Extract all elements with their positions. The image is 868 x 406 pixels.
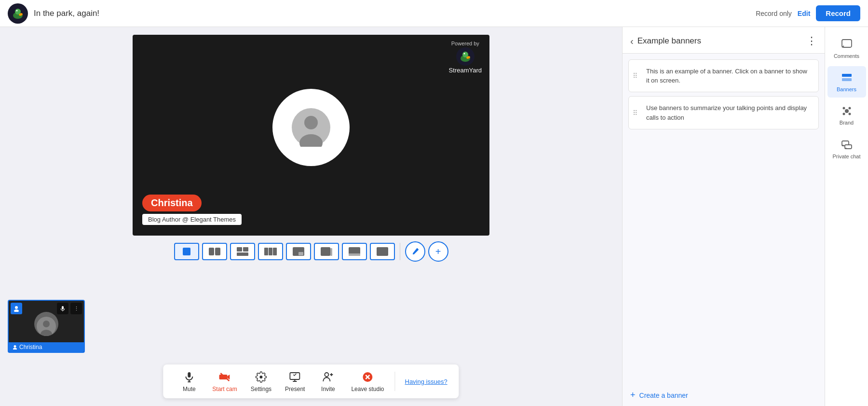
banners-icon [840,71,854,84]
thumbnail-card[interactable]: ⋮ Christina [8,300,85,353]
layout-pip[interactable] [286,243,311,260]
banners-list: ⠿ This is an example of a banner. Click … [623,54,825,384]
streamyard-logo: Powered by StreamYard [449,41,482,74]
svg-rect-21 [273,248,277,255]
create-banner-plus: + [630,390,636,400]
toolbar-invite-label: Invite [321,386,335,392]
toolbar-leave[interactable]: Leave studio [346,368,389,394]
svg-point-29 [15,306,18,309]
drag-handle-icon: ⠿ [633,72,637,80]
svg-point-9 [463,53,465,55]
svg-point-4 [16,10,18,11]
person-icon [292,108,330,147]
topbar: In the park, again! Record only Edit Rec… [0,0,868,27]
toolbar-present[interactable]: Present [280,368,310,394]
main-layout: Powered by StreamYard [0,27,868,406]
mic-icon [60,306,66,311]
invite-icon [321,370,335,384]
far-right-sidebar: Comments Banners [825,27,868,406]
having-issues-link[interactable]: Having issues? [405,378,447,385]
thumb-controls: ⋮ [57,303,82,314]
svg-rect-16 [237,247,242,252]
svg-rect-34 [62,306,64,309]
streamyard-text: StreamYard [449,67,482,74]
sidebar-private-chat-label: Private chat [832,154,860,160]
toolbar-invite[interactable]: Invite [313,368,342,394]
banner-item-1[interactable]: ⠿ This is an example of a banner. Click … [628,59,819,92]
settings-icon [254,370,268,384]
layout-separator [400,243,400,260]
layout-edit-button[interactable] [405,241,425,262]
edit-link[interactable]: Edit [798,10,810,17]
thumb-more-button[interactable]: ⋮ [70,303,82,314]
svg-rect-14 [209,248,214,255]
topbar-actions: Record only Edit Record [756,5,860,21]
toolbar-mute[interactable]: Mute [175,368,203,394]
thumb-avatar [34,312,58,336]
banner-item-2[interactable]: ⠿ Use banners to summarize your talking … [628,96,819,129]
svg-rect-18 [237,252,248,256]
right-panel-title: Example banners [637,36,802,46]
svg-point-32 [43,321,50,327]
svg-point-55 [845,109,849,113]
private-chat-icon [840,138,854,152]
sidebar-tab-brand[interactable]: Brand [827,99,866,131]
drag-handle-icon-2: ⠿ [633,109,637,117]
svg-rect-15 [215,248,220,255]
more-options-button[interactable]: ⋮ [806,35,817,47]
svg-rect-42 [290,373,300,379]
svg-point-36 [14,345,16,348]
stage-avatar [272,89,350,166]
create-banner-label: Create a banner [639,392,688,399]
thumb-mic-button[interactable] [57,303,68,314]
layout-selector: + [174,241,448,262]
toolbar-start-cam-label: Start cam [212,386,237,392]
toolbar-separator [394,372,395,391]
layout-add-button[interactable]: + [428,241,448,262]
banner-text-1: This is an example of a banner. Click on… [646,68,807,84]
person-small-icon [13,305,20,312]
person-icon-small [13,345,17,350]
sidebar-banners-label: Banners [837,86,856,93]
layout-pip-right[interactable] [314,243,339,260]
toolbar-settings[interactable]: Settings [246,368,276,394]
toolbar-leave-label: Leave studio [351,386,384,392]
svg-point-11 [304,116,318,129]
back-button[interactable]: ‹ [630,36,634,47]
present-icon [288,370,302,384]
powered-by: Powered by StreamYard [449,41,482,74]
toolbar-start-cam[interactable]: Start cam [207,368,242,394]
banner-text-2: Use banners to summarize your talking po… [646,104,807,121]
svg-rect-53 [842,74,852,77]
streamyard-duck-icon [456,47,475,66]
mic-icon [182,370,196,384]
thumb-in-stage-icon [11,303,22,314]
svg-rect-28 [377,247,388,256]
svg-point-58 [842,113,845,115]
svg-rect-25 [330,248,332,256]
svg-rect-20 [269,248,272,255]
svg-point-59 [848,113,851,115]
sidebar-comments-label: Comments [834,53,859,59]
record-only-label: Record only [756,10,792,17]
camera-icon [218,370,231,384]
layout-three[interactable] [258,243,283,260]
layout-two-top[interactable] [230,243,255,260]
thumbnail-strip: ⋮ Christina [0,300,85,353]
sidebar-tab-comments[interactable]: Comments [827,33,866,64]
svg-point-46 [325,373,328,377]
layout-two[interactable] [202,243,227,260]
create-banner-button[interactable]: + Create a banner [623,384,825,406]
svg-rect-54 [842,78,852,81]
layout-single[interactable] [174,243,199,260]
sidebar-tab-banners[interactable]: Banners [827,66,866,98]
layout-fullscreen[interactable] [370,243,395,260]
layout-lower-third[interactable] [342,243,367,260]
record-button[interactable]: Record [816,5,860,21]
sidebar-brand-label: Brand [840,120,854,126]
svg-rect-17 [243,247,248,252]
sidebar-tab-private-chat[interactable]: Private chat [827,133,866,165]
svg-rect-38 [188,372,190,378]
thumb-person-icon [37,317,56,336]
svg-rect-13 [183,248,190,255]
